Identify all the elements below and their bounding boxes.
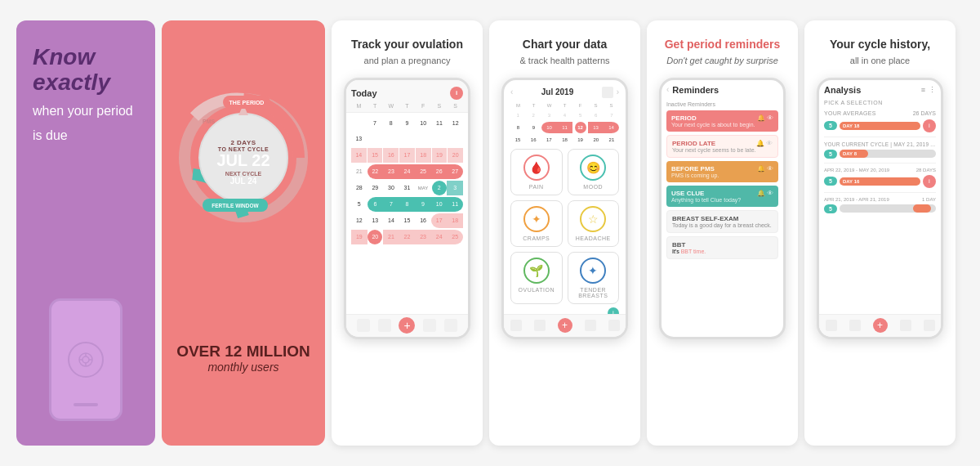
section4-days: 1 DAY — [922, 197, 936, 202]
nav2-icon-3[interactable] — [585, 320, 596, 331]
million-users: OVER 12 MILLION monthly users — [176, 343, 310, 374]
panel1-headline: Know exactly when your period is due — [33, 45, 139, 146]
section3-label: APR 22, 2019 - MAY 20, 2019 — [824, 168, 889, 173]
analysis-header: Analysis ≡ ⋮ — [824, 85, 936, 95]
section4-pill: 5 — [824, 204, 837, 213]
svg-point-1 — [82, 356, 89, 363]
symptom-pain[interactable]: 🩸 PAIN — [510, 149, 563, 195]
symptom-cramps[interactable]: ✦ CRAMPS — [510, 200, 563, 247]
reminder-breast-exam[interactable]: BREAST SELF-EXAM Today is a good day for… — [666, 210, 778, 233]
panel6-subtitle: all in one place — [817, 55, 943, 67]
current-pill: 5 — [824, 150, 837, 159]
reminder-period-late[interactable]: PERIOD LATE 🔔 👁 Your next cycle seems to… — [666, 135, 778, 158]
headline-text: Know exactly — [33, 44, 110, 95]
reminder-period[interactable]: PERIOD 🔔 👁 Your next cycle is about to b… — [666, 110, 778, 132]
chart-month: Jul 2019 — [541, 87, 573, 96]
panel3-screen: Today i MTWTFSS 7 8 9 10 11 — [344, 78, 470, 339]
reminders-title: Reminders — [672, 85, 719, 95]
svg-text:FERTILE WINDOW: FERTILE WINDOW — [212, 203, 259, 208]
filter-icon[interactable]: ≡ — [921, 86, 925, 94]
averages-days: 26 DAYS — [913, 110, 936, 116]
million-number: OVER 12 MILLION — [176, 343, 310, 361]
nav-icon-3[interactable] — [423, 319, 436, 332]
panel4-screen: ‹ Jul 2019 › MTWTFSS 1 2 3 4 — [501, 78, 628, 339]
symptom-mood[interactable]: 😊 MOOD — [568, 149, 620, 195]
cycle-wheel: THE PERIOD PMS FERTILE WINDOW 2 DAYS TO … — [178, 92, 309, 231]
nav6-add[interactable]: + — [873, 318, 888, 333]
nav-icon-2[interactable] — [378, 319, 391, 332]
current-cycle-label: YOUR CURRENT CYCLE | MAY 21, 2019 ... — [824, 141, 936, 147]
panel6-title: Your cycle history, — [817, 37, 943, 52]
panel5-header: Get period reminders Don't get caught by… — [647, 20, 798, 78]
today-label: Today — [351, 88, 377, 98]
analysis-title: Analysis — [824, 85, 861, 95]
symptom-grid: 🩸 PAIN 😊 MOOD ✦ CRAMPS ☆ — [510, 149, 619, 304]
divider1 — [824, 137, 936, 137]
inactive-label: Inactive Reminders — [666, 101, 778, 107]
divider3 — [824, 192, 936, 193]
divider2 — [824, 163, 936, 164]
next-cycle-date: JUL 24 — [211, 177, 276, 186]
panel6-header: Your cycle history, all in one place — [804, 20, 956, 78]
tender-icon: ✦ — [580, 258, 606, 284]
panel-chart-data: Chart your data & track health patterns … — [489, 20, 640, 446]
panel4-title: Chart your data — [501, 37, 628, 52]
ovulation-icon: 🌱 — [523, 258, 550, 284]
nav6-icon-2[interactable] — [849, 320, 861, 331]
pain-icon: 🩸 — [523, 155, 550, 181]
avg-cycle-pill: 5 — [824, 121, 837, 130]
nav-icon-4[interactable] — [444, 319, 457, 332]
section4-label: APR 21, 2019 - APR 21, 2019 — [824, 197, 889, 202]
next-cycle-label: NEXT CYCLE — [211, 171, 276, 177]
days-label: 2 DAYS — [211, 139, 276, 146]
symptom-headache[interactable]: ☆ HEADACHE — [568, 200, 620, 247]
users-text: monthly users — [176, 361, 310, 374]
section3-days: 28 DAYS — [916, 168, 936, 173]
more-icon[interactable]: ⋮ — [929, 86, 936, 94]
cramps-icon: ✦ — [523, 206, 550, 232]
panel-track-ovulation: Track your ovulation and plan a pregnanc… — [332, 20, 483, 446]
nav-icon-1[interactable] — [357, 319, 370, 332]
phone-illustration — [33, 298, 139, 421]
panel5-subtitle: Don't get caught by surprise — [659, 55, 786, 67]
panel-cycle-diagram: THE PERIOD PMS FERTILE WINDOW 2 DAYS TO … — [162, 20, 325, 446]
svg-text:PMS: PMS — [203, 119, 216, 124]
panel5-title: Get period reminders — [659, 37, 786, 52]
nav6-icon-3[interactable] — [900, 320, 911, 331]
subtext: when your period is due — [33, 104, 133, 143]
reminders-header: ‹ Reminders — [666, 85, 778, 95]
pick-selection-label: PICK A SELECTION — [824, 100, 936, 105]
analysis-action-icons: ≡ ⋮ — [921, 86, 936, 94]
panel3-header: Track your ovulation and plan a pregnanc… — [332, 20, 483, 78]
nav2-icon-1[interactable] — [510, 320, 522, 331]
nav2-add[interactable]: + — [558, 318, 572, 333]
nav6-icon-4[interactable] — [924, 320, 935, 331]
reminder-before-pms[interactable]: BEFORE PMS 🔔 👁 PMS is coming up. — [666, 161, 778, 182]
cycle-date: JUL 22 — [211, 152, 276, 168]
nav6-icon-1[interactable] — [826, 320, 837, 331]
main-container: Know exactly when your period is due — [16, 20, 964, 446]
section3-pill: 5 — [824, 177, 837, 186]
panel6-screen: Analysis ≡ ⋮ PICK A SELECTION YOUR AVERA… — [817, 78, 943, 339]
averages-label: YOUR AVERAGES — [824, 110, 876, 116]
reminder-use-clue[interactable]: USE CLUE 🔔 👁 Anything to tell Clue today… — [666, 186, 778, 207]
panel4-header: Chart your data & track health patterns — [489, 20, 640, 78]
panel4-subtitle: & track health patterns — [501, 55, 628, 67]
reminder-bbt[interactable]: BBT It's BBT time. — [666, 236, 778, 259]
panel-cycle-history: Your cycle history, all in one place Ana… — [804, 20, 956, 446]
panel3-subtitle: and plan a pregnancy — [344, 55, 470, 67]
nav2-icon-2[interactable] — [534, 320, 546, 331]
symptom-ovulation[interactable]: 🌱 OVULATION — [510, 252, 563, 304]
panel5-screen: ‹ Reminders Inactive Reminders PERIOD 🔔 … — [659, 78, 786, 339]
nav-add[interactable]: + — [399, 317, 415, 334]
panel-know-exactly: Know exactly when your period is due — [16, 20, 155, 446]
panel3-title: Track your ovulation — [344, 37, 470, 52]
symptom-tender-breasts[interactable]: ✦ TENDER BREASTS — [568, 252, 620, 304]
analysis-content: Analysis ≡ ⋮ PICK A SELECTION YOUR AVERA… — [819, 80, 941, 218]
headache-icon: ☆ — [580, 206, 606, 232]
mood-icon: 😊 — [580, 155, 606, 181]
panel-reminders: Get period reminders Don't get caught by… — [647, 20, 798, 446]
nav2-icon-4[interactable] — [608, 320, 620, 331]
svg-text:THE PERIOD: THE PERIOD — [229, 100, 265, 105]
reminders-list: ‹ Reminders Inactive Reminders PERIOD 🔔 … — [662, 80, 783, 267]
